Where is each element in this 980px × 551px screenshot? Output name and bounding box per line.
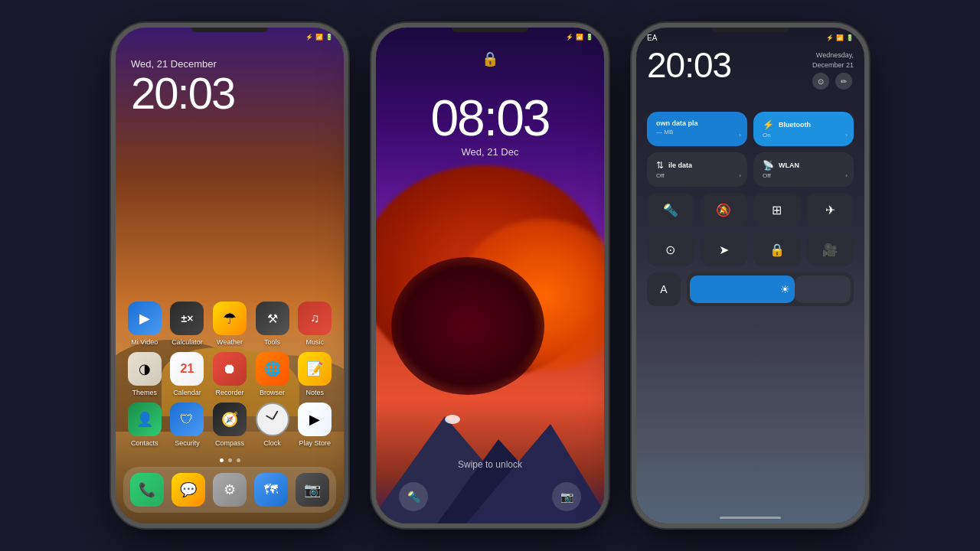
app-security[interactable]: 🛡 Security (166, 403, 209, 447)
ctrl-edit-icon: ✏ (841, 77, 847, 86)
lock-camera-icon: 📷 (560, 491, 573, 503)
screenshot-toggle[interactable]: ⊞ (753, 193, 801, 227)
dock-camera[interactable]: 📷 (292, 473, 333, 507)
security-icon: 🛡 (170, 403, 204, 436)
recorder-icon: ⏺ (213, 352, 247, 386)
lock-bottom-icons: 🔦 📷 (399, 482, 581, 511)
ctrl-edit-button[interactable]: ✏ (835, 73, 852, 90)
browser-icon: 🌐 (256, 352, 289, 386)
screen-lock-toggle[interactable]: 🔒 (753, 233, 801, 266)
dock-settings[interactable]: ⚙ (209, 473, 250, 507)
tile-row-2: ⇅ ile data Off › 📡 WLAN Off › (647, 152, 854, 187)
maps-glyph: 🗺 (264, 482, 278, 498)
ctrl-signal-icon: 📶 (836, 34, 844, 41)
app-recorder[interactable]: ⏺ Recorder (208, 352, 251, 396)
brightness-bg (795, 276, 851, 303)
app-compass[interactable]: 🧭 Compass (208, 403, 251, 447)
ctrl-bluetooth-icon: ⚡ (826, 34, 834, 41)
dock-phone[interactable]: 📞 (126, 473, 168, 507)
compass-label: Compass (215, 439, 244, 447)
flashlight-icon: 🔦 (407, 491, 420, 503)
auto-brightness-button[interactable]: A (647, 272, 681, 306)
mobile-data-tile[interactable]: ⇅ ile data Off › (647, 152, 747, 187)
wlan-tile[interactable]: 📡 WLAN Off › (753, 152, 854, 187)
phone-home-screen: ⚡ 📶 🔋 Wed, 21 December 20:03 ▶ Mi Video … (111, 23, 348, 528)
lock-status-bar: ⚡ 📶 🔋 (387, 34, 593, 41)
phone-control-center: EA ⚡ 📶 🔋 20:03 Wednesday, December 21 ⊙ … (632, 23, 869, 528)
dock-maps[interactable]: 🗺 (250, 473, 292, 507)
auto-brightness-icon: A (660, 283, 667, 295)
dot-1 (220, 458, 224, 462)
location-icon: ➤ (719, 243, 729, 257)
mi-video-label: Mi Video (131, 338, 158, 346)
compass-glyph: 🧭 (221, 411, 238, 428)
dock-messages[interactable]: 💬 (168, 473, 209, 507)
phone-glyph: 📞 (139, 481, 155, 498)
music-label: Music (305, 338, 324, 346)
status-bar: ⚡ 📶 🔋 (126, 34, 333, 41)
app-tools[interactable]: ⚒ Tools (251, 302, 294, 346)
darkmode-toggle[interactable]: ⊙ (647, 233, 694, 266)
lock-padlock-icon: 🔒 (482, 51, 498, 67)
lock-flashlight-button[interactable]: 🔦 (399, 482, 428, 511)
app-mi-video[interactable]: ▶ Mi Video (123, 302, 166, 346)
bluetooth-tile-header: ⚡ Bluetooth (763, 119, 844, 130)
dock: 📞 💬 ⚙ 🗺 📷 (123, 467, 336, 513)
video-toggle[interactable]: 🎥 (807, 233, 854, 266)
playstore-glyph: ▶ (309, 411, 320, 428)
app-notes[interactable]: 📝 Notes (293, 352, 336, 396)
app-calculator[interactable]: ±× Calculator (166, 302, 209, 346)
lock-time-section: 08:03 Wed, 21 Dec (376, 93, 604, 158)
tools-label: Tools (264, 338, 280, 346)
brightness-slider[interactable]: ☀ (687, 272, 854, 306)
lock-camera-button[interactable]: 📷 (552, 482, 581, 511)
ctrl-settings-button[interactable]: ⊙ (812, 73, 829, 90)
tools-glyph: ⚒ (267, 311, 278, 326)
dot-2 (228, 458, 232, 462)
calendar-icon: 21 (170, 352, 204, 386)
app-music[interactable]: ♫ Music (293, 302, 336, 346)
app-clock[interactable]: Clock (251, 403, 294, 447)
weather-label: Weather (217, 338, 243, 346)
calendar-glyph: 21 (180, 362, 194, 376)
phone-lock-screen: ⚡ 📶 🔋 🔒 08:03 Wed, 21 Dec Swipe to unloc… (371, 23, 609, 528)
bottom-blur (636, 447, 864, 523)
app-row-1: ▶ Mi Video ±× Calculator ☂ Weather ⚒ (123, 302, 336, 346)
wlan-chevron: › (845, 172, 848, 179)
data-plan-tile[interactable]: own data pla — MB › (647, 112, 747, 146)
contacts-glyph: 👤 (136, 411, 153, 428)
home-bar[interactable] (720, 517, 781, 519)
control-header: EA ⚡ 📶 🔋 (647, 34, 854, 42)
security-label: Security (175, 439, 200, 447)
location-toggle[interactable]: ➤ (701, 233, 748, 266)
bluetooth-tile-chevron: › (845, 132, 848, 139)
security-glyph: 🛡 (180, 412, 194, 428)
mobile-data-chevron: › (739, 172, 741, 179)
app-themes[interactable]: ◑ Themes (123, 352, 166, 396)
app-weather[interactable]: ☂ Weather (208, 302, 251, 346)
carrier-label: EA (647, 34, 657, 42)
app-contacts[interactable]: 👤 Contacts (123, 403, 166, 447)
swipe-to-unlock[interactable]: Swipe to unlock (376, 459, 604, 470)
dock-phone-icon: 📞 (130, 473, 164, 507)
app-playstore[interactable]: ▶ Play Store (293, 403, 336, 447)
mobile-data-header: ⇅ ile data (656, 160, 738, 171)
wlan-header: 📡 WLAN (763, 160, 844, 171)
browser-glyph: 🌐 (264, 360, 281, 377)
brightness-sun-icon: ☀ (780, 283, 790, 295)
clock-icon (256, 403, 289, 436)
data-plan-label: own data pla (656, 119, 738, 127)
airplane-toggle[interactable]: ✈ (807, 193, 854, 227)
app-browser[interactable]: 🌐 Browser (251, 352, 294, 396)
dnd-toggle[interactable]: 🔕 (701, 193, 748, 227)
flashlight-toggle-icon: 🔦 (663, 203, 678, 217)
calculator-glyph: ±× (181, 312, 193, 324)
flashlight-toggle[interactable]: 🔦 (647, 193, 694, 227)
bluetooth-tile-sublabel: On (763, 132, 844, 139)
bluetooth-tile[interactable]: ⚡ Bluetooth On › (753, 112, 854, 146)
browser-label: Browser (260, 389, 285, 396)
app-calendar[interactable]: 21 Calendar (166, 352, 209, 396)
clock-hour-hand (265, 415, 273, 420)
notes-glyph: 📝 (306, 360, 323, 377)
cloud-dark (391, 257, 544, 395)
